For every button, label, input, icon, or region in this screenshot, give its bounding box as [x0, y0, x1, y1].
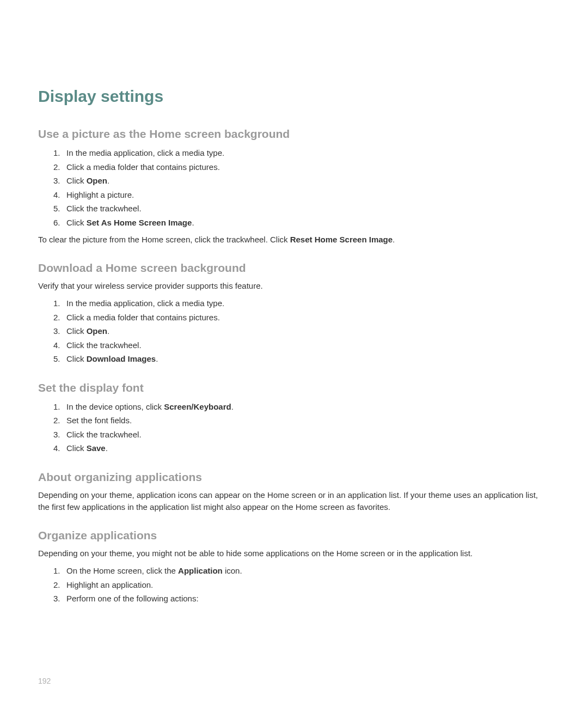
- list-item: On the Home screen, click the Applicatio…: [53, 564, 550, 578]
- list-item: In the media application, click a media …: [53, 146, 550, 160]
- step-prefix: Click: [66, 176, 87, 185]
- list-item: Click Download Images.: [53, 352, 550, 366]
- step-bold: Open: [87, 326, 107, 336]
- step-bold: Open: [87, 176, 107, 185]
- page-number: 192: [38, 677, 51, 685]
- step-suffix: .: [106, 443, 108, 453]
- section-note: To clear the picture from the Home scree…: [38, 234, 550, 246]
- step-prefix: Click: [66, 326, 87, 336]
- list-item: Set the font fields.: [53, 413, 550, 428]
- list-item: Click a media folder that contains pictu…: [53, 311, 550, 325]
- note-suffix: .: [393, 235, 395, 244]
- section-title-set-font: Set the display font: [38, 381, 550, 394]
- list-item: Highlight a picture.: [53, 188, 550, 202]
- list-item: Click Open.: [53, 324, 550, 338]
- list-item: Highlight an application.: [53, 578, 550, 592]
- step-bold: Screen/Keyboard: [164, 402, 231, 411]
- step-bold: Set As Home Screen Image: [87, 218, 192, 227]
- step-prefix: Click: [66, 354, 87, 363]
- list-item: Perform one of the following actions:: [53, 592, 550, 606]
- step-prefix: Click: [66, 218, 87, 227]
- section-title-use-picture: Use a picture as the Home screen backgro…: [38, 127, 550, 141]
- section-title-about-organizing: About organizing applications: [38, 471, 550, 484]
- step-suffix: .: [192, 218, 194, 227]
- list-item: Click the trackwheel.: [53, 428, 550, 442]
- section-steps: In the media application, click a media …: [38, 146, 550, 229]
- step-bold: Download Images: [87, 354, 156, 363]
- step-prefix: On the Home screen, click the: [66, 566, 178, 575]
- list-item: Click a media folder that contains pictu…: [53, 160, 550, 174]
- list-item: Click the trackwheel.: [53, 202, 550, 216]
- step-suffix: .: [107, 326, 109, 336]
- section-steps: In the media application, click a media …: [38, 296, 550, 366]
- section-title-download: Download a Home screen background: [38, 261, 550, 275]
- step-suffix: icon.: [223, 566, 242, 575]
- step-prefix: In the device options, click: [66, 402, 164, 411]
- list-item: In the device options, click Screen/Keyb…: [53, 400, 550, 414]
- step-bold: Save: [87, 443, 106, 453]
- step-suffix: .: [231, 402, 234, 411]
- note-bold: Reset Home Screen Image: [290, 235, 393, 244]
- section-intro: Depending on your theme, application ico…: [38, 489, 550, 514]
- note-prefix: To clear the picture from the Home scree…: [38, 235, 290, 244]
- section-steps: On the Home screen, click the Applicatio…: [38, 564, 550, 606]
- list-item: Click the trackwheel.: [53, 338, 550, 352]
- section-steps: In the device options, click Screen/Keyb…: [38, 400, 550, 455]
- main-title: Display settings: [38, 87, 550, 106]
- list-item: Click Open.: [53, 174, 550, 188]
- section-title-organize: Organize applications: [38, 529, 550, 542]
- step-prefix: Click: [66, 443, 87, 453]
- step-suffix: .: [156, 354, 158, 363]
- step-bold: Application: [178, 566, 223, 575]
- step-suffix: .: [107, 176, 109, 185]
- list-item: Click Save.: [53, 441, 550, 455]
- list-item: In the media application, click a media …: [53, 296, 550, 311]
- list-item: Click Set As Home Screen Image.: [53, 216, 550, 230]
- section-intro: Depending on your theme, you might not b…: [38, 547, 550, 560]
- section-intro: Verify that your wireless service provid…: [38, 280, 550, 293]
